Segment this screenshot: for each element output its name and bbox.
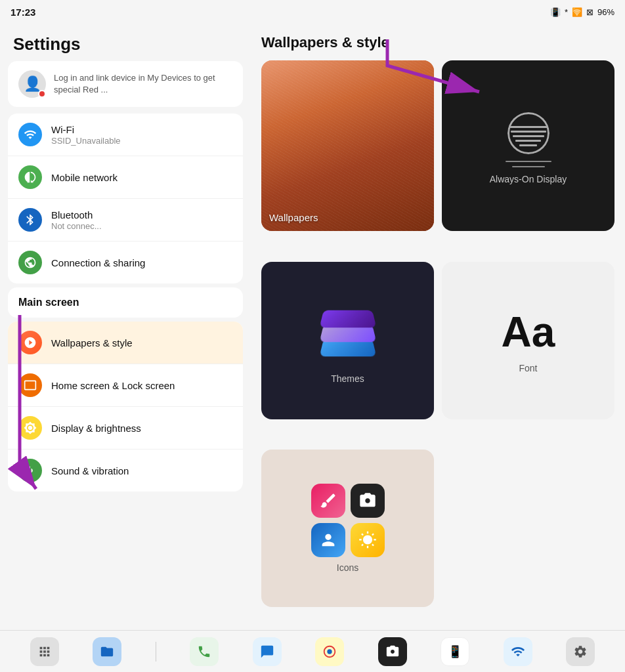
login-avatar: 👤 (18, 70, 46, 98)
aod-card-label: Always-On Display (490, 174, 567, 184)
connection-sharing-item[interactable]: Connection & sharing (8, 242, 243, 284)
app-icon-3 (311, 523, 345, 557)
display-settings-group: Main screen (8, 287, 243, 318)
display-brightness-content: Display & brightness (51, 423, 232, 434)
bluetooth-status-icon: * (565, 7, 568, 17)
sound-title: Sound & vibration (51, 465, 232, 476)
svg-point-2 (328, 649, 332, 654)
status-bar: 17:23 📳 * 🛜 ⊠ 96% (0, 0, 625, 24)
icons-grid (311, 484, 385, 557)
apps-nav-btn[interactable] (30, 637, 59, 666)
font-card[interactable]: Aa Font (442, 262, 614, 419)
bluetooth-icon (18, 208, 42, 232)
vibrate-icon: 📳 (550, 7, 561, 17)
homescreen-item[interactable]: Home screen & Lock screen (8, 364, 243, 407)
wallpapers-style-content: Wallpapers & style (51, 337, 232, 348)
battery-x-icon: ⊠ (586, 7, 593, 17)
mobile-title: Mobile network (51, 172, 232, 183)
app-icon-2 (351, 484, 385, 518)
aod-visual (502, 107, 555, 167)
chat-nav-btn[interactable] (253, 637, 282, 666)
wifi-status-icon: 🛜 (572, 7, 582, 17)
bluetooth-subtitle: Not connec... (51, 221, 232, 231)
wallpapers-style-title: Wallpapers & style (51, 337, 232, 348)
settings-title: Settings (0, 24, 251, 61)
connection-icon (18, 251, 42, 274)
login-text: Log in and link device in My Devices to … (54, 72, 232, 96)
avatar-icon: 👤 (24, 75, 41, 93)
wifi-content: Wi-Fi SSID_Unavailable (51, 124, 232, 146)
wallpapers-style-item[interactable]: Wallpapers & style (8, 322, 243, 364)
homescreen-content: Home screen & Lock screen (51, 380, 232, 391)
social-nav-btn[interactable]: 📱 (441, 637, 469, 666)
wifi-settings-item[interactable]: Wi-Fi SSID_Unavailable (8, 114, 243, 156)
bluetooth-content: Bluetooth Not connec... (51, 209, 232, 231)
mobile-network-item[interactable]: Mobile network (8, 156, 243, 199)
settings-list: 👤 Log in and link device in My Devices t… (0, 61, 251, 630)
mobile-content: Mobile network (51, 172, 232, 183)
wifi-icon (18, 123, 42, 146)
display-brightness-item[interactable]: Display & brightness (8, 407, 243, 450)
sound-vibration-item[interactable]: Sound & vibration (8, 450, 243, 492)
connection-title: Connection & sharing (51, 257, 232, 268)
wifi-title: Wi-Fi (51, 124, 232, 135)
battery-level: 96% (597, 7, 614, 17)
sound-icon (18, 459, 42, 482)
chrome-nav-btn[interactable] (315, 637, 344, 666)
bluetooth-title: Bluetooth (51, 209, 232, 220)
connection-content: Connection & sharing (51, 257, 232, 268)
mi-nav-btn[interactable] (504, 637, 532, 666)
display-brightness-title: Display & brightness (51, 423, 232, 434)
login-card[interactable]: 👤 Log in and link device in My Devices t… (8, 61, 243, 107)
wallpapers-panel: Wallpapers & style Wallpapers (251, 24, 625, 630)
nav-divider (156, 642, 156, 662)
aod-card[interactable]: Always-On Display (442, 60, 614, 231)
files-nav-btn[interactable] (93, 637, 121, 666)
wallpaper-settings-group: Wallpapers & style Home screen & Lock sc… (8, 322, 243, 492)
display-icon (18, 416, 42, 440)
bottom-nav: 📱 (0, 630, 625, 672)
homescreen-title: Home screen & Lock screen (51, 380, 232, 391)
main-screen-content: Main screen (18, 297, 232, 308)
wallpapers-card-label: Wallpapers (269, 212, 318, 223)
camera-nav-btn[interactable] (378, 637, 407, 666)
sound-content: Sound & vibration (51, 465, 232, 476)
themes-card[interactable]: Themes (261, 262, 434, 419)
themes-visual (315, 297, 381, 362)
homescreen-icon (18, 373, 42, 397)
wallpapers-icon (18, 331, 42, 354)
wallpapers-panel-title: Wallpapers & style (261, 34, 614, 51)
main-screen-item[interactable]: Main screen (8, 287, 243, 318)
app-icon-1 (311, 484, 345, 518)
network-settings-group: Wi-Fi SSID_Unavailable Mobile network (8, 114, 243, 284)
font-aa-text: Aa (502, 308, 555, 356)
icons-card[interactable]: Icons (261, 450, 434, 607)
wallpapers-grid: Wallpapers (261, 60, 614, 630)
settings-panel: Settings 👤 Log in and link device in My … (0, 24, 251, 630)
font-card-label: Font (519, 363, 537, 373)
phone-nav-btn[interactable] (190, 637, 219, 666)
app-icon-4 (351, 523, 385, 557)
avatar-dot (38, 90, 46, 98)
bluetooth-item[interactable]: Bluetooth Not connec... (8, 199, 243, 242)
icons-card-label: Icons (337, 562, 358, 573)
main-screen-title: Main screen (18, 297, 232, 308)
status-icons: 📳 * 🛜 ⊠ 96% (550, 7, 614, 17)
main-layout: Settings 👤 Log in and link device in My … (0, 24, 625, 630)
settings-nav-btn[interactable] (566, 637, 595, 666)
mobile-icon (18, 165, 42, 189)
wallpapers-card[interactable]: Wallpapers (261, 60, 434, 231)
wifi-subtitle: SSID_Unavailable (51, 136, 232, 146)
status-time: 17:23 (11, 7, 35, 18)
themes-card-label: Themes (331, 373, 364, 384)
